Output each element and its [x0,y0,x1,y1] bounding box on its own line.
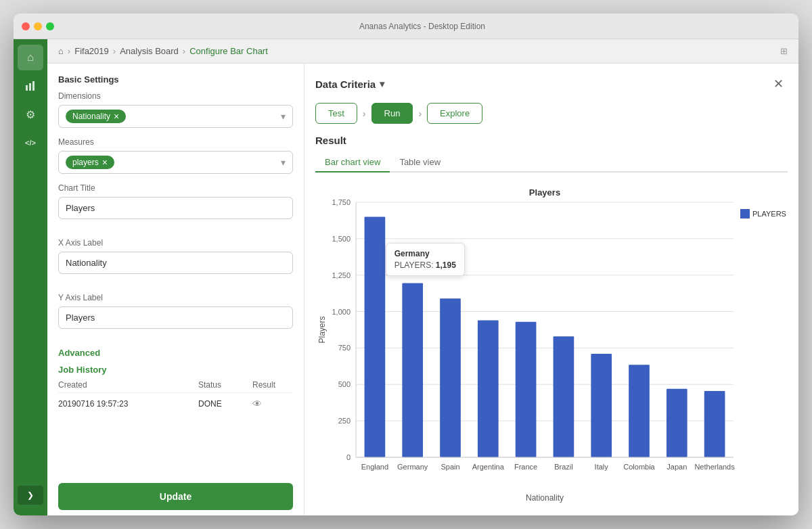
svg-rect-25 [478,320,499,457]
nationality-tag-remove[interactable]: × [114,112,119,121]
criteria-chevron-icon[interactable]: ▾ [380,78,384,89]
main-content: ⌂ › Fifa2019 › Analysis Board › Configur… [47,39,798,515]
svg-text:250: 250 [338,417,351,425]
svg-text:Netherlands: Netherlands [694,463,735,471]
chart-area: 02505007501,0001,2501,5001,750EnglandGer… [315,182,788,505]
flow-arrow-1: › [363,108,366,119]
content-area: Basic Settings Dimensions Nationality × … [47,64,798,515]
svg-text:England: England [361,463,388,471]
close-traffic-light[interactable] [22,22,30,30]
sidebar: ⌂ ⚙ </> ❯ [14,39,47,515]
svg-text:0: 0 [346,453,351,461]
svg-rect-1 [29,83,31,91]
minimize-traffic-light[interactable] [34,22,42,30]
x-axis-input[interactable] [58,252,293,274]
job-table-row: 20190716 19:57:23 DONE 👁 [58,396,293,412]
run-button[interactable]: Run [371,103,413,124]
sidebar-chart-btn[interactable] [18,73,43,99]
measures-dropdown-arrow: ▾ [281,157,286,168]
svg-text:Argentina: Argentina [472,463,505,471]
players-tag-remove[interactable]: × [102,158,108,167]
breadcrumb: ⌂ › Fifa2019 › Analysis Board › Configur… [47,39,798,64]
result-label: Result [315,135,788,146]
flow-arrow-2: › [418,108,422,119]
svg-text:Japan: Japan [667,463,687,471]
nationality-tag[interactable]: Nationality × [66,110,126,123]
tab-table[interactable]: Table view [390,153,450,172]
svg-text:Brazil: Brazil [554,463,573,471]
svg-text:1,250: 1,250 [332,271,351,279]
players-tag[interactable]: players × [66,156,114,169]
measures-dropdown[interactable]: players × ▾ [58,151,293,174]
col-result: Result [252,380,293,390]
breadcrumb-fifa2019[interactable]: Fifa2019 [74,46,109,56]
x-axis-label: X Axis Label [58,238,293,248]
job-result-icon[interactable]: 👁 [252,398,293,409]
sidebar-home-btn[interactable]: ⌂ [18,45,43,70]
tab-bar-chart[interactable]: Bar chart view [315,153,390,172]
breadcrumb-expand-icon[interactable]: ⊞ [780,46,788,56]
criteria-title-text: Data Criteria [315,78,376,90]
dimensions-label: Dimensions [58,91,293,101]
svg-rect-2 [32,81,35,91]
y-axis-label: Y Axis Label [58,293,293,302]
dimensions-dropdown-arrow: ▾ [281,111,286,122]
svg-text:750: 750 [338,344,351,352]
breadcrumb-analysis-board[interactable]: Analysis Board [120,46,179,56]
chart-title-label: Chart Title [58,183,293,193]
y-axis-input[interactable] [58,306,293,329]
svg-text:France: France [514,463,537,471]
dimensions-dropdown[interactable]: Nationality × ▾ [58,105,293,128]
svg-text:Nationality: Nationality [526,493,564,503]
svg-rect-33 [629,365,650,457]
svg-text:Colombia: Colombia [623,463,655,471]
breadcrumb-configure-chart: Configure Bar Chart [189,46,268,56]
job-history-title: Job History [58,365,293,375]
svg-text:1,500: 1,500 [332,235,351,243]
svg-rect-27 [516,322,537,457]
svg-rect-0 [26,85,28,91]
explore-button[interactable]: Explore [427,103,482,124]
maximize-traffic-light[interactable] [46,22,54,30]
left-panel: Basic Settings Dimensions Nationality × … [47,64,304,515]
job-created: 20190716 19:57:23 [58,399,198,409]
col-status: Status [198,380,252,390]
svg-text:500: 500 [338,380,351,388]
svg-rect-21 [402,283,423,457]
svg-rect-29 [554,336,574,457]
test-button[interactable]: Test [315,103,357,124]
right-panel: Data Criteria ▾ ✕ Test › Run › Explore R… [304,64,798,515]
svg-text:Germany: Germany [397,463,428,471]
nationality-tag-label: Nationality [72,112,110,121]
window-title: Ananas Analytics - Desktop Edition [54,22,790,31]
job-status: DONE [198,399,252,409]
svg-rect-23 [440,298,461,457]
advanced-link[interactable]: Advanced [58,348,293,358]
svg-text:1,000: 1,000 [332,308,351,316]
sidebar-code-btn[interactable]: </> [18,130,43,156]
svg-text:1,750: 1,750 [332,198,351,206]
svg-rect-19 [365,217,386,457]
app-window: Ananas Analytics - Desktop Edition ⌂ ⚙ <… [14,14,798,515]
sidebar-collapse-btn[interactable]: ❯ [18,486,43,505]
update-button[interactable]: Update [58,483,293,510]
svg-text:PLAYERS: PLAYERS [752,210,786,218]
data-criteria-title: Data Criteria ▾ [315,78,384,90]
traffic-lights [22,22,54,30]
data-criteria-header: Data Criteria ▾ ✕ [315,74,788,93]
svg-text:Spain: Spain [441,463,459,471]
chart-title-input[interactable] [58,197,293,219]
titlebar: Ananas Analytics - Desktop Edition [14,14,798,39]
col-created: Created [58,380,198,390]
svg-text:Players: Players [317,316,327,343]
close-button[interactable]: ✕ [769,74,788,93]
job-table-header: Created Status Result [58,380,293,393]
basic-settings-title: Basic Settings [58,74,293,85]
svg-rect-44 [740,209,750,218]
svg-text:Players: Players [529,187,560,198]
players-tag-label: players [72,158,99,167]
view-tabs: Bar chart view Table view [315,153,788,172]
breadcrumb-home-icon[interactable]: ⌂ [58,46,64,56]
svg-rect-35 [667,389,687,457]
sidebar-settings-btn[interactable]: ⚙ [18,101,43,127]
